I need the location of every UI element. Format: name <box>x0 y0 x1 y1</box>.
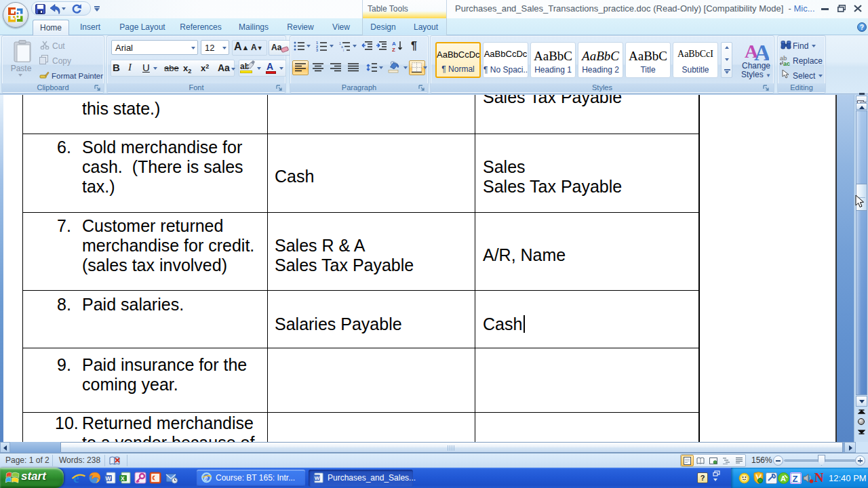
svg-text:X: X <box>121 475 125 482</box>
svg-text:Z: Z <box>392 47 395 52</box>
svg-text:A: A <box>392 41 396 47</box>
svg-text:Z: Z <box>793 474 798 484</box>
svg-text:A: A <box>754 40 769 60</box>
svg-text:W: W <box>315 475 320 481</box>
svg-text:i: i <box>343 48 344 52</box>
svg-text:e: e <box>204 474 208 482</box>
svg-text:W: W <box>106 475 112 482</box>
svg-text:3: 3 <box>316 48 318 52</box>
